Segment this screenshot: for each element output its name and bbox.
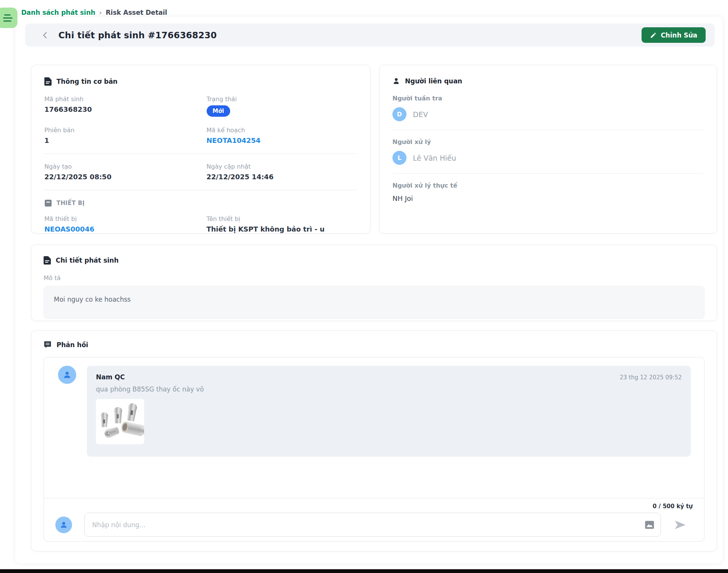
comment-icon <box>44 341 52 349</box>
field-phien-ban: Phiên bản 1 <box>44 127 195 144</box>
feedback-card: Phản hồi Nam QC 23 thg 12 2025 09:52 qua… <box>31 330 717 551</box>
menu-button[interactable] <box>0 8 17 28</box>
breadcrumb: Danh sách phát sinh › Risk Asset Detail <box>21 8 167 16</box>
status-badge: Mới <box>207 105 230 117</box>
hamburger-icon <box>4 14 11 16</box>
chevron-left-icon <box>41 31 49 39</box>
basic-info-card: Thông tin cơ bản Mã phát sinh 1766368230… <box>31 65 370 233</box>
comment-composer <box>44 510 704 541</box>
avatar: D <box>392 107 406 121</box>
description-box: Moi nguy co ke hoachss <box>44 286 704 319</box>
avatar <box>58 366 76 384</box>
actual-handler-name: NH Joi <box>392 194 704 202</box>
divider <box>392 130 704 130</box>
plan-code-link[interactable]: NEOTA104254 <box>207 136 261 144</box>
comment-bubble: Nam QC 23 thg 12 2025 09:52 qua phòng B8… <box>87 366 691 457</box>
basic-info-title: Thông tin cơ bản <box>56 78 118 85</box>
send-button[interactable] <box>673 517 690 532</box>
label-mo-ta: Mô tả <box>44 274 704 282</box>
field-ma-ke-hoach: Mã kế hoạch NEOTA104254 <box>207 127 358 144</box>
divider <box>44 190 357 190</box>
avatar <box>55 517 72 533</box>
field-ten-thiet-bi: Tên thiết bị Thiết bị KSPT không bảo trì… <box>207 215 358 233</box>
page-header-bar: Chi tiết phát sinh #1766368230 Chỉnh Sửa <box>25 23 715 47</box>
label-nguoi-xu-ly: Người xử lý <box>392 138 704 146</box>
bottom-black-bar <box>0 569 728 573</box>
divider <box>392 173 704 174</box>
edit-button-label: Chỉnh Sửa <box>661 31 697 39</box>
person-icon <box>59 520 68 529</box>
incident-detail-card: Chi tiết phát sinh Mô tả Moi nguy co ke … <box>31 244 717 321</box>
send-icon <box>673 518 687 531</box>
device-box-icon <box>44 199 52 207</box>
page-title: Chi tiết phát sinh #1766368230 <box>58 30 217 40</box>
person-icon <box>392 77 400 85</box>
comment-input[interactable] <box>84 513 661 537</box>
label-nguoi-tuan-tra: Người tuần tra <box>392 95 704 102</box>
document-icon <box>44 77 52 86</box>
document-icon <box>44 256 51 265</box>
person-row-patroller: D DEV <box>392 107 704 121</box>
pencil-icon <box>650 32 657 39</box>
field-trang-thai: Trạng thái Mới <box>207 96 358 117</box>
field-ngay-cap-nhat: Ngày cập nhật 22/12/2025 14:46 <box>207 163 358 181</box>
comments-area[interactable]: Nam QC 23 thg 12 2025 09:52 qua phòng B8… <box>44 357 704 498</box>
handler-name: Lê Văn Hiếu <box>413 154 456 162</box>
comment-item: Nam QC 23 thg 12 2025 09:52 qua phòng B8… <box>58 366 691 457</box>
chevron-right-icon: › <box>99 8 102 16</box>
comment-author: Nam QC <box>96 373 125 381</box>
back-button[interactable] <box>39 29 52 42</box>
char-counter: 0 / 500 ký tự <box>44 498 704 510</box>
related-people-card: Người liên quan Người tuần tra D DEV Ngư… <box>379 65 717 233</box>
field-ma-thiet-bi: Mã thiết bị NEOAS00046 <box>44 215 195 233</box>
person-row-handler: L Lê Văn Hiếu <box>392 151 704 165</box>
feedback-card-title: Phản hồi <box>56 341 88 349</box>
patroller-name: DEV <box>413 110 428 119</box>
field-ngay-tao: Ngày tạo 22/12/2025 08:50 <box>44 163 195 181</box>
field-ma-phat-sinh: Mã phát sinh 1766368230 <box>44 96 195 117</box>
lug-nuts-photo <box>96 399 144 444</box>
label-nguoi-xu-ly-thuc-te: Người xử lý thực tế <box>392 182 704 189</box>
comment-message: qua phòng B85SG thay ốc này vô <box>96 385 682 393</box>
avatar: L <box>392 151 406 165</box>
image-icon <box>644 520 655 530</box>
breadcrumb-current-page: Risk Asset Detail <box>106 9 167 16</box>
device-section-title: THIẾT BỊ <box>56 200 85 207</box>
attach-image-button[interactable] <box>644 519 656 531</box>
comment-timestamp: 23 thg 12 2025 09:52 <box>620 374 682 381</box>
breadcrumb-link-danh-sach-phat-sinh[interactable]: Danh sách phát sinh <box>21 9 95 16</box>
device-code-link[interactable]: NEOAS00046 <box>44 225 94 233</box>
detail-card-title: Chi tiết phát sinh <box>56 257 119 264</box>
edit-button[interactable]: Chỉnh Sửa <box>642 27 706 43</box>
comment-attachment-image[interactable] <box>96 399 144 444</box>
people-card-title: Người liên quan <box>405 77 462 85</box>
person-icon <box>62 370 72 380</box>
comment-thread: Nam QC 23 thg 12 2025 09:52 qua phòng B8… <box>44 357 704 542</box>
divider <box>44 153 357 154</box>
